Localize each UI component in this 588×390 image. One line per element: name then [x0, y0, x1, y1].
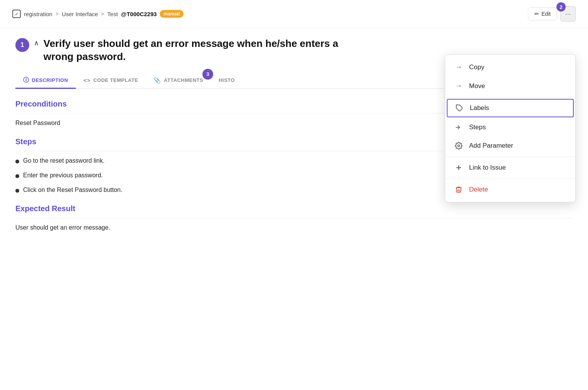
link-to-issue-label: Link to Issue — [469, 164, 506, 172]
copy-label: Copy — [469, 63, 484, 71]
history-tab-label: HISTO — [219, 77, 235, 83]
delete-label: Delete — [469, 186, 488, 193]
code-template-tab-icon: <> — [84, 77, 91, 83]
attachments-tab-icon: 📎 — [154, 77, 161, 84]
menu-divider-1 — [445, 97, 575, 97]
menu-item-move[interactable]: → Move — [445, 77, 575, 95]
breadcrumb-registration[interactable]: registration — [24, 11, 52, 17]
menu-item-copy[interactable]: → Copy — [445, 58, 575, 77]
tab-code-template[interactable]: <> CODE TEMPLATE — [76, 73, 146, 88]
breadcrumb: ✓ registration > User Interface > Test @… — [12, 10, 184, 18]
step-bullet-2 — [15, 174, 19, 178]
menu-item-link-to-issue[interactable]: Link to Issue — [445, 158, 575, 177]
move-label: Move — [469, 82, 485, 90]
expected-result-section: Expected Result User should get an error… — [15, 204, 573, 231]
breadcrumb-sep2: > — [101, 11, 104, 17]
check-icon: ✓ — [12, 10, 21, 18]
tab-description[interactable]: ⓘ DESCRIPTION — [15, 73, 76, 89]
breadcrumb-test-id: @T000C2293 — [121, 11, 157, 17]
more-icon: ··· — [565, 10, 571, 18]
step-text-1: Go to the reset password link. — [23, 157, 105, 164]
breadcrumb-sep1: > — [55, 11, 58, 17]
step-bullet-1 — [15, 160, 19, 163]
tab-attachments[interactable]: 📎 ATTACHMENTS 3 — [146, 73, 211, 88]
add-parameter-icon — [454, 142, 463, 150]
menu-divider-2 — [445, 157, 575, 157]
description-tab-label: DESCRIPTION — [32, 77, 68, 83]
description-tab-icon: ⓘ — [23, 77, 29, 84]
edit-label: Edit — [541, 11, 551, 17]
labels-icon — [455, 104, 464, 112]
menu-item-labels[interactable]: Labels — [447, 99, 574, 117]
copy-icon: → — [454, 63, 463, 71]
manual-badge: manual — [160, 10, 184, 18]
expected-result-content: User should get an error message. — [15, 224, 573, 231]
edit-button[interactable]: ✏ Edit — [528, 7, 557, 20]
menu-item-add-parameter[interactable]: Add Parameter — [445, 137, 575, 155]
breadcrumb-test[interactable]: Test — [107, 11, 118, 17]
step-badge-1: 1 — [15, 38, 29, 52]
page-title: Verify user should get an error message … — [43, 37, 359, 63]
step-text-2: Enter the previous password. — [23, 172, 103, 179]
expected-result-divider — [15, 218, 573, 218]
dropdown-menu: → Copy → Move Labels St — [445, 54, 576, 202]
step-text-3: Click on the Reset Password button. — [23, 187, 122, 193]
tab-history[interactable]: HISTO — [211, 73, 242, 88]
attachments-tab-label: ATTACHMENTS — [164, 77, 204, 83]
menu-item-delete[interactable]: Delete — [445, 180, 575, 199]
steps-label: Steps — [469, 123, 486, 131]
header: ✓ registration > User Interface > Test @… — [0, 0, 588, 28]
step-bullet-3 — [15, 189, 19, 193]
collapse-arrow[interactable]: ∧ — [34, 39, 39, 47]
svg-point-2 — [458, 145, 460, 147]
expected-result-title: Expected Result — [15, 204, 573, 213]
link-to-issue-icon — [454, 164, 463, 172]
steps-icon — [454, 123, 463, 131]
main-content: 1 ∧ Verify user should get an error mess… — [0, 28, 588, 251]
menu-item-steps[interactable]: Steps — [445, 118, 575, 137]
breadcrumb-user-interface[interactable]: User Interface — [62, 11, 98, 17]
move-icon: → — [454, 82, 463, 90]
delete-icon — [454, 186, 463, 193]
header-actions: ✏ Edit 2 ··· — [528, 6, 576, 22]
notification-badge: 2 — [556, 2, 566, 12]
edit-icon: ✏ — [535, 11, 539, 17]
add-parameter-label: Add Parameter — [469, 142, 513, 150]
code-template-tab-label: CODE TEMPLATE — [93, 77, 138, 83]
menu-divider-3 — [445, 178, 575, 179]
labels-label: Labels — [470, 104, 489, 112]
